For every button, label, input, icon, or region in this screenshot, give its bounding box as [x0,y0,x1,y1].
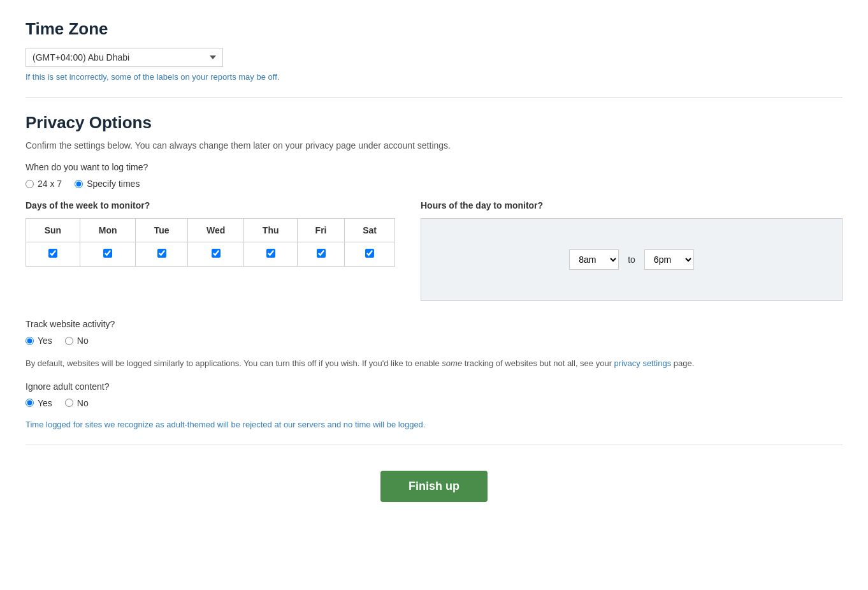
track-website-radio-group: Yes No [25,336,843,346]
hours-to-label: to [628,254,635,265]
finish-container: Finish up [25,471,843,502]
track-desc-before: By default, websites will be logged simi… [25,358,442,368]
timezone-title: Time Zone [25,19,843,39]
days-label: Days of the week to monitor? [25,200,395,210]
day-cell-sun [26,242,80,267]
privacy-description: Confirm the settings below. You can alwa… [25,140,843,151]
track-website-description: By default, websites will be logged simi… [25,357,843,370]
ignore-adult-question: Ignore adult content? [25,381,843,392]
ignore-no-radio[interactable] [65,399,73,407]
days-table: Sun Mon Tue Wed Thu Fri Sat [25,218,395,267]
log-time-24x7-radio[interactable] [25,180,34,188]
timezone-select[interactable]: (GMT+04:00) Abu Dhabi [25,48,223,67]
ignore-yes-option[interactable]: Yes [25,398,52,408]
hours-from-select[interactable]: 12am1am2am3am4am5am6am7am8am9am10am11am1… [569,249,619,270]
track-yes-radio[interactable] [25,337,34,345]
track-desc-italic: some [442,358,462,368]
privacy-settings-link[interactable]: privacy settings [614,358,672,368]
log-time-radio-group: 24 x 7 Specify times [25,179,843,189]
log-time-24x7-option[interactable]: 24 x 7 [25,179,62,189]
days-checkbox-row [26,242,395,267]
hours-panel: 12am1am2am3am4am5am6am7am8am9am10am11am1… [421,218,843,301]
day-cell-mon [80,242,136,267]
log-time-specify-label: Specify times [87,179,140,189]
ignore-yes-radio[interactable] [25,399,34,407]
day-cell-thu [244,242,298,267]
timezone-note: If this is set incorrectly, some of the … [25,72,843,82]
timezone-selected-value: (GMT+04:00) Abu Dhabi [33,52,129,63]
day-cell-wed [187,242,243,267]
day-checkbox-mon[interactable] [103,249,112,258]
ignore-no-label: No [77,398,89,408]
day-header-wed: Wed [187,219,243,242]
ignore-yes-label: Yes [38,398,52,408]
track-desc-end: page. [671,358,694,368]
day-checkbox-tue[interactable] [157,249,166,258]
hours-section: Hours of the day to monitor? 12am1am2am3… [421,200,843,301]
privacy-title: Privacy Options [25,113,843,133]
day-header-fri: Fri [298,219,345,242]
day-header-tue: Tue [136,219,188,242]
track-desc-after: tracking of websites but not all, see yo… [462,358,614,368]
track-no-label: No [77,336,89,346]
section-divider-2 [25,445,843,445]
track-yes-label: Yes [38,336,52,346]
timezone-dropdown-arrow [210,55,216,59]
ignore-no-option[interactable]: No [65,398,89,408]
ignore-adult-radio-group: Yes No [25,398,843,408]
finish-button[interactable]: Finish up [380,471,488,502]
day-checkbox-wed[interactable] [212,249,221,258]
section-divider-1 [25,97,843,98]
day-header-mon: Mon [80,219,136,242]
day-checkbox-thu[interactable] [266,249,275,258]
day-header-sat: Sat [345,219,395,242]
day-header-thu: Thu [244,219,298,242]
log-time-question: When do you want to log time? [25,162,843,172]
day-cell-sat [345,242,395,267]
days-hours-container: Days of the week to monitor? Sun Mon Tue… [25,200,843,301]
log-time-24x7-label: 24 x 7 [38,179,62,189]
ignore-adult-description: Time logged for sites we recognize as ad… [25,420,843,429]
day-cell-fri [298,242,345,267]
log-time-specify-radio[interactable] [75,180,83,188]
log-time-specify-option[interactable]: Specify times [75,179,140,189]
days-section: Days of the week to monitor? Sun Mon Tue… [25,200,395,267]
track-no-radio[interactable] [65,337,73,345]
day-header-sun: Sun [26,219,80,242]
day-checkbox-sat[interactable] [365,249,374,258]
track-no-option[interactable]: No [65,336,89,346]
day-cell-tue [136,242,188,267]
hours-label: Hours of the day to monitor? [421,200,843,210]
hours-to-select[interactable]: 12am1am2am3am4am5am6am7am8am9am10am11am1… [644,249,694,270]
day-checkbox-sun[interactable] [48,249,57,258]
days-header-row: Sun Mon Tue Wed Thu Fri Sat [26,219,395,242]
day-checkbox-fri[interactable] [317,249,326,258]
track-website-question: Track website activity? [25,319,843,329]
track-yes-option[interactable]: Yes [25,336,52,346]
